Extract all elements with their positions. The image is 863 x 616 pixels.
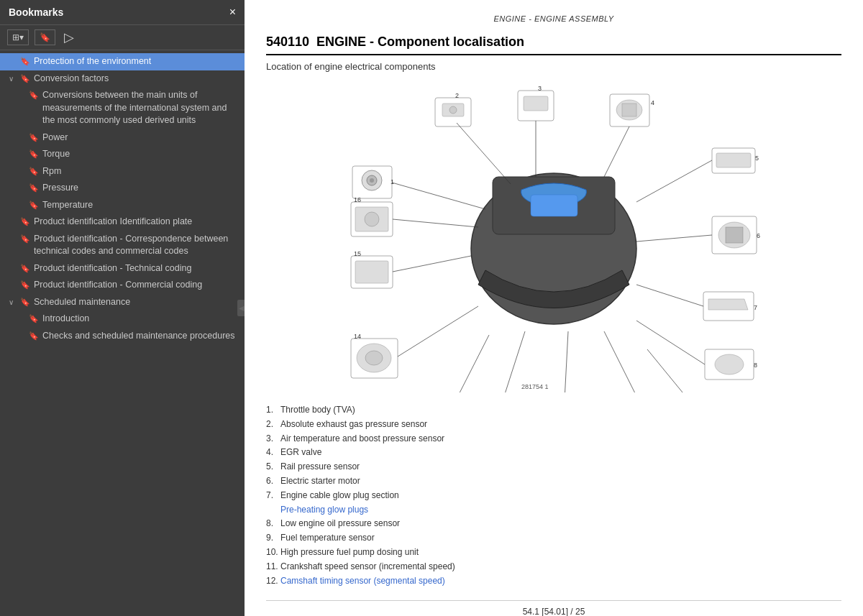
- component-description: Low engine oil pressure sensor: [280, 518, 400, 530]
- component-item: 9. Fuel temperature sensor: [266, 532, 841, 544]
- bookmark-icon: 🔖: [29, 166, 39, 177]
- bookmark-item-protection[interactable]: 🔖Protection of the environment: [0, 53, 245, 70]
- expand-arrow[interactable]: ∨: [9, 298, 19, 308]
- svg-text:7: 7: [754, 304, 757, 311]
- bookmark-icon: 🔖: [20, 234, 30, 244]
- bookmark-item-conversions-between[interactable]: 🔖Conversions between the main units of m…: [0, 87, 245, 129]
- component-description: EGR valve: [280, 446, 321, 459]
- bookmark-item-product-id-technical[interactable]: 🔖Product identification - Technical codi…: [0, 260, 245, 277]
- bookmark-text: Rpm: [42, 165, 239, 178]
- bookmark-text: Conversion factors: [34, 73, 239, 86]
- svg-text:4: 4: [651, 99, 654, 106]
- bookmark-text: Introduction: [42, 313, 239, 326]
- svg-point-59: [365, 212, 379, 226]
- bookmark-item-power[interactable]: 🔖Power: [0, 129, 245, 147]
- bookmark-icon: 🔖: [20, 280, 30, 290]
- bookmark-text: Protection of the environment: [34, 55, 239, 68]
- component-description: Pre-heating glow plugs: [280, 504, 368, 516]
- component-item: 2. Absolute exhaust gas pressure sensor: [266, 418, 841, 431]
- component-item: 1. Throttle body (TVA): [266, 404, 841, 416]
- svg-text:5: 5: [755, 155, 759, 162]
- bookmark-icon: 🔖: [29, 331, 39, 341]
- bookmark-text: Scheduled maintenance: [34, 296, 239, 309]
- cursor-icon: ▷: [64, 29, 74, 45]
- component-number: 6.: [266, 475, 280, 487]
- svg-point-30: [715, 354, 744, 374]
- component-item: 4. EGR valve: [266, 446, 841, 459]
- svg-rect-14: [524, 96, 548, 111]
- bookmark-text: Torque: [42, 148, 239, 161]
- svg-text:1: 1: [391, 178, 394, 185]
- sidebar: Bookmarks × ⊞▾ 🔖 ▷ 🔖Protection of the en…: [0, 0, 245, 616]
- bookmark-text: Temperature: [42, 199, 239, 212]
- component-description: Camshaft timing sensor (segmental speed): [280, 575, 445, 587]
- bookmark-icon: 🔖: [29, 90, 39, 101]
- component-number: 8.: [266, 518, 280, 530]
- bookmark-item-pressure[interactable]: 🔖Pressure: [0, 180, 245, 197]
- component-item: Pre-heating glow plugs: [266, 504, 841, 516]
- bookmark-item-introduction[interactable]: 🔖Introduction: [0, 311, 245, 328]
- bookmark-icon: 🔖: [20, 216, 30, 227]
- bookmark-item-scheduled-maintenance[interactable]: ∨🔖Scheduled maintenance: [0, 294, 245, 311]
- svg-rect-3: [531, 195, 577, 216]
- bookmark-text: Product identification - Correspondence …: [34, 233, 239, 258]
- svg-point-52: [365, 351, 383, 365]
- bookmark-text: Product identification - Technical codin…: [34, 262, 239, 275]
- bookmark-text: Product identification - Commercial codi…: [34, 279, 239, 292]
- component-number: 4.: [266, 446, 280, 459]
- bookmark-item-rpm[interactable]: 🔖Rpm: [0, 163, 245, 180]
- component-number: 2.: [266, 418, 280, 431]
- sidebar-close-button[interactable]: ×: [229, 6, 236, 19]
- svg-text:15: 15: [354, 250, 361, 257]
- bookmark-item-product-id-commercial[interactable]: 🔖Product identification - Commercial cod…: [0, 277, 245, 294]
- bookmark-icon: 🔖: [20, 263, 30, 274]
- bookmark-icon: 🔖: [20, 56, 30, 67]
- svg-text:281754    1: 281754 1: [521, 383, 549, 390]
- expand-arrow[interactable]: ∨: [9, 74, 19, 84]
- sidebar-header: Bookmarks ×: [0, 0, 245, 25]
- bookmark-item-product-id-plate[interactable]: 🔖Product identification Identification p…: [0, 213, 245, 231]
- svg-point-7: [370, 178, 374, 183]
- sidebar-toolbar: ⊞▾ 🔖 ▷: [0, 25, 245, 50]
- section-title-text: ENGINE - Component localisation: [316, 35, 524, 49]
- bookmark-button[interactable]: 🔖: [35, 29, 55, 45]
- sidebar-content[interactable]: 🔖Protection of the environment∨🔖Conversi…: [0, 50, 245, 616]
- bookmark-item-conversion-factors[interactable]: ∨🔖Conversion factors: [0, 70, 245, 88]
- svg-text:16: 16: [354, 196, 361, 203]
- svg-rect-25: [726, 227, 743, 243]
- bookmark-text: Checks and scheduled maintenance procedu…: [42, 330, 239, 343]
- component-item: 11. Crankshaft speed sensor (incremental…: [266, 561, 841, 573]
- bookmark-icon: 🔖: [29, 313, 39, 324]
- view-options-button[interactable]: ⊞▾: [7, 29, 29, 45]
- component-item: 8. Low engine oil pressure sensor: [266, 518, 841, 530]
- engine-diagram: 1 2 3 4 5: [266, 83, 841, 392]
- bookmark-text: Power: [42, 132, 239, 144]
- component-description: Engine cable glow plug section: [280, 489, 399, 502]
- component-description: Air temperature and boost pressure senso…: [280, 433, 444, 445]
- page-footer: 54.1 [54.01] / 25: [266, 600, 841, 616]
- bookmark-item-checks-scheduled[interactable]: 🔖Checks and scheduled maintenance proced…: [0, 328, 245, 345]
- svg-text:2: 2: [455, 92, 459, 99]
- component-description: Throttle body (TVA): [280, 404, 355, 416]
- component-description: Absolute exhaust gas pressure sensor: [280, 418, 427, 431]
- bookmark-item-temperature[interactable]: 🔖Temperature: [0, 197, 245, 214]
- component-item: 5. Rail pressure sensor: [266, 461, 841, 473]
- svg-text:3: 3: [538, 85, 542, 92]
- component-item: 7. Engine cable glow plug section: [266, 489, 841, 502]
- resize-handle[interactable]: [239, 0, 245, 616]
- bookmark-item-product-id-correspondence[interactable]: 🔖Product identification - Correspondence…: [0, 231, 245, 260]
- component-number: 12.: [266, 575, 280, 587]
- component-description: Crankshaft speed sensor (incremental spe…: [280, 561, 455, 573]
- section-title: 540110 ENGINE - Component localisation: [266, 35, 841, 55]
- component-list: 1. Throttle body (TVA)2. Absolute exhaus…: [266, 404, 841, 589]
- bookmark-icon: 🔖: [29, 183, 39, 193]
- bookmark-item-torque[interactable]: 🔖Torque: [0, 146, 245, 163]
- component-description: High pressure fuel pump dosing unit: [280, 546, 419, 558]
- component-item: 12. Camshaft timing sensor (segmental sp…: [266, 575, 841, 587]
- component-number: 7.: [266, 489, 280, 502]
- svg-text:8: 8: [754, 362, 757, 369]
- main-content: ENGINE - ENGINE ASSEMBLY 540110 ENGINE -…: [245, 0, 863, 616]
- svg-rect-18: [622, 104, 636, 116]
- engine-diagram-svg: 1 2 3 4 5: [345, 83, 762, 392]
- section-subtitle: Location of engine electrical components: [266, 61, 841, 72]
